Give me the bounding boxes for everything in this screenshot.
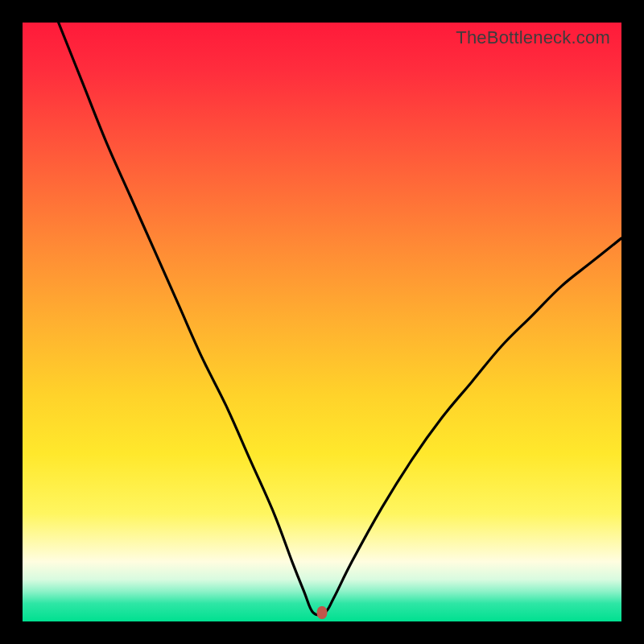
min-marker — [317, 606, 328, 619]
bottleneck-curve-path — [59, 23, 621, 615]
chart-frame: TheBottleneck.com — [0, 0, 644, 644]
plot-area: TheBottleneck.com — [23, 23, 621, 621]
curve-svg — [23, 23, 621, 621]
